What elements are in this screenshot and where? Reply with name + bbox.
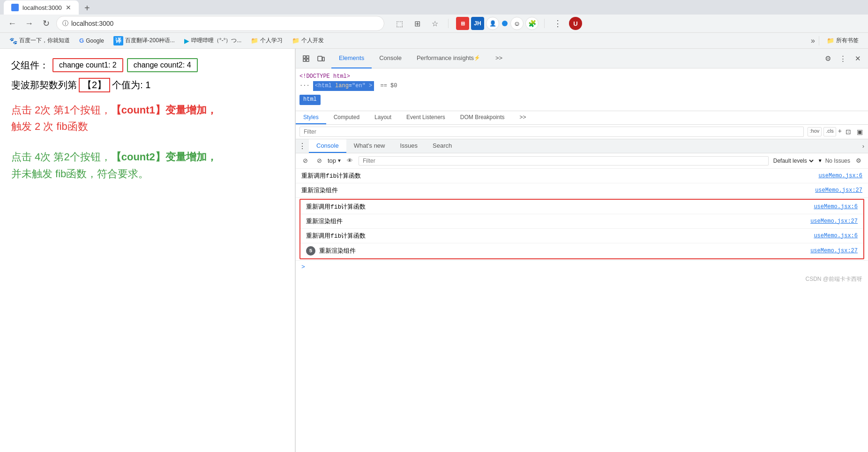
log-source-4[interactable]: useMemo.jsx:27 bbox=[810, 218, 858, 225]
svg-rect-0 bbox=[303, 56, 306, 58]
console-filter-input[interactable] bbox=[359, 156, 769, 166]
bilibili-icon: ▶ bbox=[184, 37, 189, 45]
ext-icon-face[interactable]: ☺ bbox=[510, 17, 524, 30]
more-bookmarks[interactable]: » bbox=[811, 37, 815, 45]
console-tab-whatsnew[interactable]: What's new bbox=[346, 139, 393, 153]
tab-performance[interactable]: Performance insights ⚡ bbox=[409, 49, 488, 68]
console-log: 重新调用fib计算函数 useMemo.jsx:6 重新渲染组件 useMemo… bbox=[296, 169, 868, 452]
styles-filter-input[interactable] bbox=[299, 127, 804, 137]
back-button[interactable]: ← bbox=[6, 17, 19, 30]
reload-button[interactable]: ↻ bbox=[39, 17, 52, 30]
console-box-red: 重新调用fib计算函数 useMemo.jsx:6 重新渲染组件 useMemo… bbox=[299, 199, 864, 259]
console-tab-issues[interactable]: Issues bbox=[393, 139, 426, 153]
bookmark-google[interactable]: G Google bbox=[75, 36, 108, 45]
cls-tag[interactable]: .cls bbox=[823, 127, 836, 136]
ext-icon-1[interactable]: ⊞ bbox=[456, 17, 469, 30]
console-menu-icon[interactable]: ⋮ bbox=[296, 139, 309, 152]
ext-icon-dot bbox=[502, 21, 508, 26]
fib-num: 【2】 bbox=[79, 78, 110, 92]
panel-tab-computed[interactable]: Computed bbox=[326, 111, 367, 124]
ext-icon-people[interactable]: 👤 bbox=[486, 17, 499, 30]
force-icon[interactable]: ⊡ bbox=[844, 127, 853, 136]
parent-section: 父组件： change count1: 2 change count2: 4 bbox=[11, 58, 284, 72]
panel-tab-layout[interactable]: Layout bbox=[367, 111, 399, 124]
baidu-icon: 🐾 bbox=[9, 37, 17, 45]
tab-close-icon[interactable]: ✕ bbox=[66, 4, 71, 11]
log-source-5[interactable]: useMemo.jsx:6 bbox=[814, 233, 858, 239]
console-tab-more[interactable]: › bbox=[859, 140, 868, 152]
log-source-1[interactable]: useMemo.jsx:6 bbox=[818, 173, 862, 179]
tab-favicon bbox=[11, 4, 19, 11]
ext-icon-jh[interactable]: JH bbox=[471, 17, 484, 30]
bookmarks-bar: 🐾 百度一下，你就知道 G Google 译 百度翻译-200种语... ▶ 哔… bbox=[0, 33, 868, 49]
divider bbox=[448, 19, 449, 28]
log-msg-4: 重新渲染组件 bbox=[306, 217, 810, 226]
bookmark-all[interactable]: 📁 所有书签 bbox=[823, 36, 862, 45]
html-breadcrumb[interactable]: html bbox=[299, 95, 321, 105]
log-msg-5: 重新调用fib计算函数 bbox=[306, 232, 814, 240]
hov-tag[interactable]: :hov bbox=[808, 127, 822, 136]
change-count2-button[interactable]: change count2: 4 bbox=[127, 58, 198, 72]
cast-icon[interactable]: ⬚ bbox=[392, 16, 407, 31]
tab-more[interactable]: >> bbox=[488, 49, 510, 68]
change-count1-button[interactable]: change count1: 2 bbox=[52, 58, 123, 72]
profile-avatar[interactable]: U bbox=[569, 17, 582, 30]
tab-elements[interactable]: Elements bbox=[331, 49, 372, 68]
translate-icon[interactable]: ⊞ bbox=[410, 16, 425, 31]
html-line: ··· <html lang="en" > == $0 bbox=[299, 81, 864, 91]
selected-element[interactable]: <html lang="en" > bbox=[313, 81, 374, 91]
panel-tab-dombreakpoints[interactable]: DOM Breakpoints bbox=[453, 111, 512, 124]
browser-chrome: localhost:3000 ✕ + ← → ↻ ⓘ localhost:300… bbox=[0, 0, 868, 33]
google-icon: G bbox=[79, 37, 84, 44]
close-devtools-icon[interactable]: ✕ bbox=[851, 52, 864, 65]
devtools-tabs: Elements Console Performance insights ⚡ … bbox=[331, 49, 510, 68]
panel-tab-styles[interactable]: Styles bbox=[296, 111, 326, 124]
bookmark-bilibili[interactable]: ▶ 哔哩哔哩（°-°）つ... bbox=[180, 36, 246, 45]
device-toggle-icon[interactable] bbox=[314, 52, 328, 65]
log-entry-6: 5 重新渲染组件 useMemo.jsx:27 bbox=[300, 243, 863, 258]
clear-console-icon[interactable]: ⊘ bbox=[299, 155, 311, 166]
inspect-icon[interactable] bbox=[299, 52, 313, 65]
tab-console[interactable]: Console bbox=[372, 49, 409, 68]
bookmark-translate[interactable]: 译 百度翻译-200种语... bbox=[110, 35, 179, 46]
menu-icon[interactable]: ⋮ bbox=[550, 16, 565, 31]
new-tab-btn[interactable]: + bbox=[81, 1, 94, 15]
bookmark-baidu[interactable]: 🐾 百度一下，你就知道 bbox=[6, 36, 74, 45]
address-bar[interactable]: ⓘ localhost:3000 bbox=[56, 16, 384, 31]
block-icon[interactable]: ⊘ bbox=[314, 155, 325, 166]
console-section: ⋮ Console What's new Issues Search › ⊘ ⊘… bbox=[296, 139, 868, 452]
log-entry-1: 重新调用fib计算函数 useMemo.jsx:6 bbox=[296, 169, 868, 183]
more-options-icon[interactable]: ⋮ bbox=[836, 52, 849, 65]
levels-dropdown[interactable]: Default levels bbox=[771, 157, 815, 165]
bookmark-icon[interactable]: ☆ bbox=[427, 16, 442, 31]
panel-tab-more[interactable]: >> bbox=[512, 111, 534, 124]
log-source-2[interactable]: useMemo.jsx:27 bbox=[815, 187, 862, 194]
console-tab-console[interactable]: Console bbox=[309, 139, 346, 153]
forward-button[interactable]: → bbox=[22, 17, 36, 30]
tab-title: localhost:3000 bbox=[22, 4, 62, 11]
top-dropdown-icon: ▼ bbox=[337, 158, 342, 163]
bookmark-study[interactable]: 📁 个人学习 bbox=[247, 36, 286, 45]
devtools-top-right: ⚙ ⋮ ✕ bbox=[821, 52, 864, 65]
annotation-red-line1: 点击 2次 第1个按钮，【count1】变量增加， bbox=[11, 102, 284, 118]
log-source-3[interactable]: useMemo.jsx:6 bbox=[814, 203, 858, 210]
ext-icon-puzzle[interactable]: 🧩 bbox=[525, 17, 539, 30]
panel-tabs: Styles Computed Layout Event Listeners D… bbox=[296, 111, 868, 125]
log-msg-3: 重新调用fib计算函数 bbox=[306, 203, 814, 211]
console-toolbar: ⊘ ⊘ top ▼ 👁 Default levels ▼ No Issues ⚙ bbox=[296, 153, 868, 169]
filter-tags: :hov .cls + ⊡ ▣ bbox=[808, 127, 864, 136]
console-tab-search[interactable]: Search bbox=[425, 139, 459, 153]
panel-tab-eventlisteners[interactable]: Event Listeners bbox=[399, 111, 453, 124]
active-tab[interactable]: localhost:3000 ✕ bbox=[4, 0, 79, 15]
top-selector[interactable]: top ▼ bbox=[328, 157, 342, 164]
add-tag[interactable]: + bbox=[838, 127, 842, 136]
toggle-icon[interactable]: ▣ bbox=[855, 127, 864, 136]
bookmark-dev[interactable]: 📁 个人开发 bbox=[288, 36, 328, 45]
log-source-6[interactable]: useMemo.jsx:27 bbox=[810, 248, 858, 254]
settings-icon[interactable]: ⚙ bbox=[821, 52, 834, 65]
svg-rect-5 bbox=[322, 57, 324, 61]
console-settings-icon[interactable]: ⚙ bbox=[853, 155, 864, 166]
divider2 bbox=[544, 19, 545, 28]
no-issues-badge: No Issues bbox=[825, 158, 850, 164]
eye-icon[interactable]: 👁 bbox=[344, 155, 356, 166]
